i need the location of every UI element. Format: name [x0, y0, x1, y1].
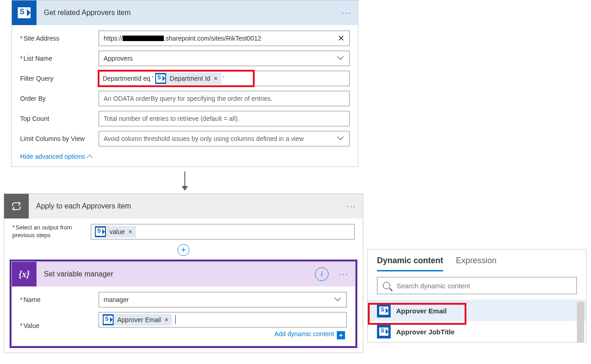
order-by-input[interactable]: An ODATA orderBy query for specifying th…	[99, 91, 350, 106]
card-menu-ellipsis[interactable]: ···	[335, 8, 358, 18]
dynamic-token-approver-email[interactable]: Approver Email ×	[103, 314, 172, 326]
site-address-input[interactable]: https://.sharepoint.com/sites/RikTest001…	[99, 31, 350, 46]
scrollbar[interactable]	[577, 302, 584, 342]
action-card-set-variable: {x} Set variable manager i ··· Name mana…	[11, 261, 356, 346]
select-output-label: Select an output from previous steps	[12, 224, 72, 239]
card-header[interactable]: Get related Approvers item ···	[12, 0, 358, 25]
redacted-text	[123, 36, 164, 41]
card-menu-ellipsis[interactable]: ···	[340, 202, 363, 211]
value-label: Value	[23, 322, 39, 329]
search-input-container[interactable]	[377, 277, 577, 294]
top-count-label: Top Count	[20, 115, 49, 122]
loop-icon	[4, 194, 29, 218]
action-card-apply-to-each: Apply to each Approvers item ··· Select …	[4, 193, 363, 353]
value-input[interactable]: Approver Email ×	[99, 312, 347, 328]
filter-query-input[interactable]: DepartmentId eq ' Department Id × '	[99, 71, 254, 86]
order-by-label: Order By	[20, 95, 46, 102]
hide-advanced-link[interactable]: Hide advanced options	[20, 153, 92, 160]
clear-icon[interactable]: ✕	[338, 33, 345, 43]
site-address-label: Site Address	[23, 35, 59, 42]
sharepoint-icon	[103, 314, 114, 325]
dynamic-content-panel: Dynamic content Expression Approver Emai…	[367, 249, 586, 343]
card-menu-ellipsis[interactable]: ···	[332, 270, 355, 279]
sharepoint-icon	[377, 304, 391, 317]
plus-icon: +	[337, 331, 345, 339]
variable-icon: {x}	[12, 262, 37, 286]
text-cursor	[175, 315, 176, 324]
card-header[interactable]: {x} Set variable manager i ···	[12, 262, 355, 286]
chevron-down-icon[interactable]	[338, 55, 345, 62]
token-remove-icon[interactable]: ×	[165, 316, 168, 323]
dynamic-item-approver-email[interactable]: Approver Email	[368, 300, 586, 321]
dynamic-token-value[interactable]: value ×	[95, 226, 136, 238]
filter-query-label: Filter Query	[20, 75, 53, 82]
token-remove-icon[interactable]: ×	[214, 75, 218, 82]
list-name-label: List Name	[23, 55, 52, 62]
select-output-input[interactable]: value ×	[91, 224, 355, 239]
dynamic-item-approver-jobtitle[interactable]: Approver JobTitle	[368, 321, 586, 342]
info-icon[interactable]: i	[315, 267, 329, 281]
card-header[interactable]: Apply to each Approvers item ···	[4, 194, 363, 218]
limit-columns-label: Limit Columns by View	[20, 135, 84, 142]
sharepoint-icon	[155, 73, 166, 84]
chevron-down-icon[interactable]	[338, 135, 345, 142]
search-input[interactable]	[396, 281, 571, 290]
tab-expression[interactable]: Expression	[456, 256, 497, 271]
search-icon	[383, 282, 390, 289]
action-card-get-items: Get related Approvers item ··· Site Addr…	[11, 0, 358, 167]
card-title: Apply to each Approvers item	[29, 202, 340, 210]
name-select[interactable]: manager	[99, 292, 347, 307]
card-title: Get related Approvers item	[37, 9, 335, 17]
add-action-button[interactable]: +	[178, 244, 189, 256]
add-dynamic-content-link[interactable]: Add dynamic content+	[274, 330, 345, 338]
tab-dynamic-content[interactable]: Dynamic content	[377, 256, 443, 271]
list-name-select[interactable]: Approvers	[99, 51, 350, 66]
chevron-up-icon	[85, 153, 92, 160]
token-remove-icon[interactable]: ×	[128, 228, 132, 235]
sharepoint-icon	[95, 226, 106, 237]
limit-columns-select[interactable]: Avoid column threshold issues by only us…	[99, 131, 350, 146]
dynamic-token-department-id[interactable]: Department Id ×	[155, 73, 221, 84]
sharepoint-icon	[377, 325, 391, 338]
sharepoint-icon	[12, 0, 37, 25]
top-count-input[interactable]: Total number of entries to retrieve (def…	[99, 111, 350, 126]
name-label: Name	[23, 296, 40, 303]
card-title: Set variable manager	[37, 270, 315, 278]
chevron-down-icon[interactable]	[335, 296, 342, 303]
flow-connector	[11, 169, 358, 193]
